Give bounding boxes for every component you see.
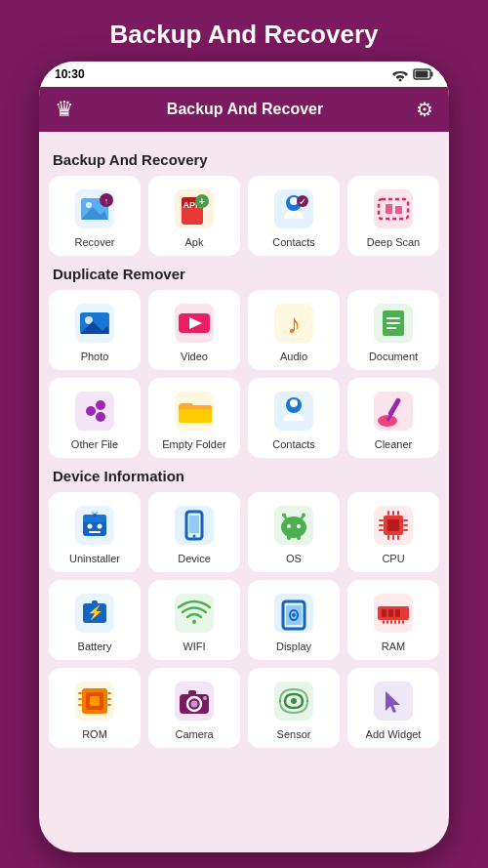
other-file-label: Other File (71, 438, 118, 450)
app-header-title: Backup And Recover (167, 101, 323, 118)
svg-rect-81 (379, 519, 384, 521)
section-title-duplicate: Duplicate Remover (53, 266, 435, 282)
camera-icon-box (173, 680, 216, 723)
svg-rect-117 (107, 698, 111, 700)
grid-item-empty-folder[interactable]: Empty Folder (148, 378, 240, 458)
grid-item-video[interactable]: Video (148, 290, 240, 370)
svg-rect-62 (189, 516, 199, 533)
settings-icon[interactable]: ⚙ (416, 98, 433, 121)
svg-rect-106 (394, 620, 396, 624)
grid-item-photo[interactable]: Photo (49, 290, 141, 370)
deep-scan-label: Deep Scan (367, 236, 420, 248)
grid-item-sensor[interactable]: Sensor (248, 668, 340, 748)
grid-item-cleaner[interactable]: Cleaner (347, 378, 439, 458)
battery-icon: ⚡ (75, 594, 114, 633)
grid-item-add-widget[interactable]: Add Widget (347, 668, 439, 748)
contacts-dup-label: Contacts (272, 438, 314, 450)
apk-icon: APK + (175, 189, 214, 228)
svg-point-54 (88, 524, 93, 529)
svg-rect-113 (78, 692, 82, 694)
svg-point-42 (96, 412, 105, 422)
grid-item-deep-scan[interactable]: Deep Scan (347, 176, 439, 256)
other-file-icon-box (73, 390, 116, 433)
svg-rect-102 (395, 609, 400, 617)
section-title-backup: Backup And Recovery (53, 151, 435, 168)
svg-point-122 (191, 701, 198, 708)
svg-rect-57 (93, 514, 97, 517)
os-icon (274, 506, 313, 545)
svg-rect-71 (297, 535, 301, 540)
video-label: Video (181, 351, 208, 362)
add-widget-label: Add Widget (366, 728, 422, 740)
svg-rect-77 (397, 511, 399, 516)
grid-item-uninstaller[interactable]: Uninstaller (49, 492, 141, 572)
uninstaller-icon (75, 506, 114, 545)
grid-item-rom[interactable]: ROM (49, 668, 141, 748)
app-header: ♛ Backup And Recover ⚙ (39, 87, 449, 132)
svg-rect-118 (107, 704, 111, 706)
grid-item-other-file[interactable]: Other File (49, 378, 141, 458)
deep-scan-icon (374, 189, 413, 228)
svg-rect-85 (403, 524, 408, 526)
deep-scan-icon-box (372, 187, 415, 230)
recover-icon: ↑ (75, 189, 114, 228)
grid-item-document[interactable]: Document (347, 290, 439, 370)
wifi-icon-box (173, 592, 216, 635)
grid-item-recover[interactable]: ↑ Recover (49, 176, 141, 256)
svg-rect-74 (387, 519, 399, 531)
contacts-backup-icon-box: ✓ (272, 187, 315, 230)
backup-grid: ↑ Recover APK (49, 176, 439, 256)
svg-text:↑: ↑ (104, 196, 109, 206)
grid-item-device[interactable]: Device (148, 492, 240, 572)
svg-rect-84 (403, 519, 408, 521)
svg-point-63 (193, 535, 196, 538)
grid-item-camera[interactable]: Camera (148, 668, 240, 748)
grid-item-os[interactable]: OS (248, 492, 340, 572)
svg-rect-3 (416, 71, 428, 78)
photo-icon-box (73, 302, 116, 345)
os-label: OS (286, 553, 302, 564)
main-content: Backup And Recovery (39, 132, 449, 764)
svg-text:♪: ♪ (287, 309, 301, 339)
cleaner-icon-box (372, 390, 415, 433)
apk-label: Apk (185, 236, 204, 248)
wifi-status-icon (392, 68, 408, 80)
display-icon-box (272, 592, 315, 635)
svg-text:⚡: ⚡ (87, 604, 104, 621)
recover-icon-box: ↑ (73, 187, 116, 230)
ram-label: RAM (382, 641, 405, 652)
svg-rect-38 (386, 327, 396, 329)
grid-item-contacts-dup[interactable]: Contacts (248, 378, 340, 458)
audio-label: Audio (280, 351, 307, 362)
grid-item-wifi[interactable]: WIFI (148, 580, 240, 660)
grid-item-apk[interactable]: APK + Apk (148, 176, 240, 256)
svg-point-97 (292, 613, 296, 617)
grid-item-display[interactable]: Display (248, 580, 340, 660)
status-icons (392, 68, 433, 80)
grid-item-ram[interactable]: RAM (347, 580, 439, 660)
grid-item-audio[interactable]: ♪ Audio (248, 290, 340, 370)
grid-item-contacts-backup[interactable]: ✓ Contacts (248, 176, 340, 256)
svg-point-55 (98, 524, 102, 529)
empty-folder-label: Empty Folder (162, 438, 225, 450)
contacts-dup-icon (274, 392, 313, 431)
svg-point-46 (290, 399, 298, 407)
display-label: Display (276, 641, 311, 652)
contacts-backup-label: Contacts (272, 236, 314, 248)
svg-rect-123 (188, 690, 196, 695)
grid-item-battery[interactable]: ⚡ Battery (49, 580, 141, 660)
camera-icon (175, 682, 214, 721)
section-duplicate: Duplicate Remover Photo (49, 266, 439, 458)
svg-rect-23 (386, 204, 392, 214)
svg-text:✓: ✓ (299, 197, 306, 207)
grid-item-cpu[interactable]: CPU (347, 492, 439, 572)
wifi-icon (175, 594, 214, 633)
cpu-label: CPU (382, 553, 404, 564)
audio-icon: ♪ (274, 304, 313, 343)
duplicate-grid: Photo Video (49, 290, 439, 458)
ram-icon-box (372, 592, 415, 635)
photo-icon (75, 304, 114, 343)
uninstaller-icon-box (73, 504, 116, 547)
svg-text:+: + (199, 196, 205, 207)
cleaner-icon (374, 392, 413, 431)
